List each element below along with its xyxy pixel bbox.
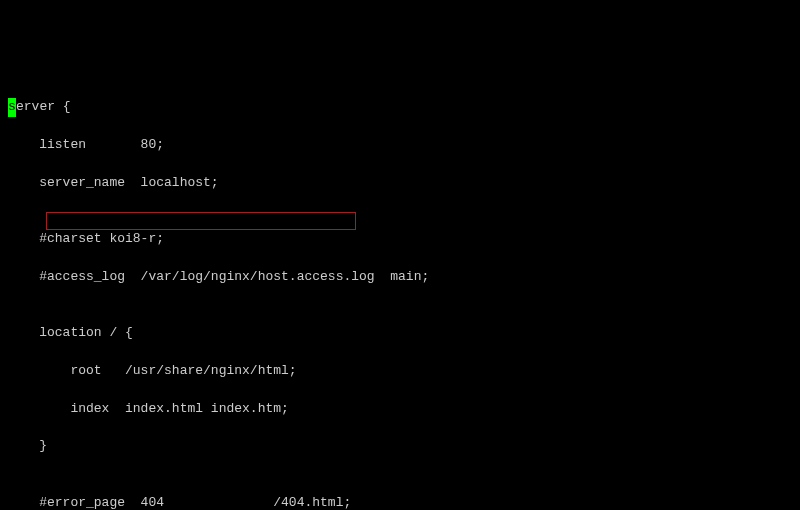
config-line: #error_page 404 /404.html; xyxy=(8,494,792,510)
config-line: server_name localhost; xyxy=(8,174,792,193)
config-line: location / { xyxy=(8,324,792,343)
config-line: #access_log /var/log/nginx/host.access.l… xyxy=(8,268,792,287)
terminal-editor[interactable]: server { listen 80; server_name localhos… xyxy=(8,79,792,510)
config-line: #charset koi8-r; xyxy=(8,230,792,249)
config-line: index index.html index.htm; xyxy=(8,400,792,419)
config-line: server { xyxy=(8,98,792,117)
line-text: erver { xyxy=(16,99,71,114)
cursor: s xyxy=(8,98,16,117)
config-line: } xyxy=(8,437,792,456)
config-line-highlighted: root /usr/share/nginx/html; xyxy=(8,362,792,381)
config-line: listen 80; xyxy=(8,136,792,155)
annotation-highlight-box xyxy=(46,212,356,230)
